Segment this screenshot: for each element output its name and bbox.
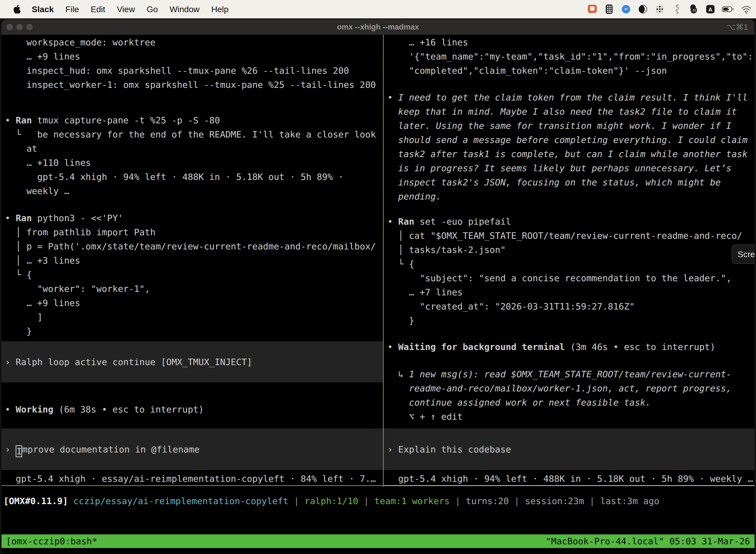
chat-icon[interactable] [587, 4, 598, 15]
terminal-line: gpt-5.4 xhigh · 94% left · 488K in · 5.1… [5, 170, 383, 184]
terminal-line: ⌥ + ↑ edit [387, 409, 755, 424]
menu-item-go[interactable]: Go [146, 4, 158, 14]
minimize-button[interactable] [16, 24, 23, 30]
pane-left[interactable]: workspace_mode: worktree … +9 lines insp… [1, 35, 383, 486]
terminal-line: } [5, 324, 383, 338]
spacer [387, 354, 755, 367]
terminal-line: pending. [387, 189, 755, 204]
terminal-line: └ { [387, 257, 755, 271]
terminal-line: is in progress? It seems likely but perh… [387, 161, 755, 175]
terminal-line: │ cat "$OMX_TEAM_STATE_ROOT/team/review-… [387, 229, 755, 243]
terminal-line: • I need to get the claim token from the… [387, 90, 755, 105]
terminal-line: … +16 lines [387, 35, 755, 49]
wifi-icon[interactable] [741, 4, 752, 15]
terminal-area: workspace_mode: worktree … +9 lines insp… [1, 35, 755, 487]
terminal-line: ↳ 1 new msg(s): read $OMX_TEAM_STATE_ROO… [387, 367, 755, 381]
dragon-icon[interactable] [671, 4, 682, 15]
terminal-line: should send a message before completing … [387, 133, 755, 147]
terminal-line: "completed","claim_token":"claim-token"}… [387, 63, 755, 78]
terminal-window: omx --xhigh --madmax ⌥⌘1 workspace_mode:… [1, 19, 755, 554]
terminal-line: … +9 lines [5, 49, 383, 63]
terminal-line: • Ran set -euo pipefail [387, 214, 755, 229]
terminal-line: '{"team_name":"my-team","task_id":"1","f… [387, 49, 755, 63]
badge-icon[interactable]: ..61 [688, 4, 699, 15]
terminal-line: • Ran tmux capture-pane -t %25 -p -S -80 [5, 113, 383, 127]
messenger-icon[interactable] [621, 4, 631, 15]
dots-grid-icon[interactable] [654, 4, 665, 15]
menu-item-view[interactable]: View [117, 4, 135, 14]
terminal-line: • Working (6m 38s • esc to interrupt) [5, 402, 383, 417]
terminal-line: │ … +3 lines [5, 254, 383, 268]
terminal-line: continue assigned work or next feasible … [387, 395, 755, 409]
terminal-line: keep that in mind. Maybe I also need the… [387, 105, 755, 119]
pane-right[interactable]: … +16 lines '{"team_name":"my-team","tas… [384, 35, 755, 486]
menu-item-edit[interactable]: Edit [91, 4, 106, 14]
zoom-button[interactable] [26, 24, 33, 30]
moon-icon[interactable] [637, 4, 648, 15]
menu-item-window[interactable]: Window [170, 4, 200, 14]
menu-item-help[interactable]: Help [211, 4, 229, 14]
tmux-status-bar: [omx-cczip0:bash* "MacBook-Pro-44.local"… [1, 535, 755, 548]
terminal-line: └ be necessary for the end of the README… [5, 127, 383, 142]
terminal-line: │ p = Path('.omx/state/team/review-curre… [5, 239, 383, 254]
terminal-line: gpt-5.4 xhigh · 94% left · 488K in · 5.1… [387, 472, 755, 486]
menu-item-file[interactable]: File [65, 4, 79, 14]
window-title: omx --xhigh --madmax [1, 22, 755, 32]
terminal-line: └ { [5, 268, 383, 282]
tmux-host-clock-label: "MacBook-Pro-44.local" 05:03 31-Mar-26 [546, 536, 750, 546]
close-button[interactable] [6, 24, 13, 30]
terminal-line: } [387, 314, 755, 328]
spacer [387, 328, 755, 340]
terminal-line: • Waiting for background terminal (3m 46… [387, 340, 755, 354]
apple-menu-icon[interactable] [13, 4, 21, 14]
terminal-line: … +7 lines [387, 285, 755, 299]
spacer [5, 417, 383, 428]
spacer [5, 338, 383, 341]
spacer [5, 198, 383, 211]
spacer [5, 92, 383, 113]
spacer [387, 424, 755, 428]
terminal-line: … +110 lines [5, 156, 383, 170]
traffic-lights [6, 24, 33, 30]
terminal-line: › Ralph loop active continue [OMX_TMUX_I… [5, 355, 383, 369]
terminal-line: readme-and-reco/mailbox/worker-1.json, a… [387, 381, 755, 395]
terminal-line: weekly … [5, 184, 383, 198]
terminal-line: at [5, 142, 383, 156]
battery-icon[interactable] [722, 4, 735, 15]
menu-items: SlackFileEditViewGoWindowHelp [32, 4, 229, 14]
tmux-session-label: [omx-cczip0:bash* [6, 536, 97, 546]
terminal-line: • Ran python3 - <<'PY' [5, 211, 383, 225]
terminal-line: gpt-5.4 xhigh · essay/ai-reimplementatio… [5, 472, 383, 486]
terminal-line: inspect_hud: omx sparkshell --tmux-pane … [5, 63, 383, 78]
svg-text:..61: ..61 [691, 8, 696, 12]
terminal-line: › Improve documentation in @filename [5, 442, 383, 456]
spacer [387, 78, 755, 90]
terminal-line: later. Using the same for transition mig… [387, 119, 755, 133]
terminal-line: │ from pathlib import Path [5, 225, 383, 239]
terminal-line: inspect_worker-1: omx sparkshell --tmux-… [5, 78, 383, 92]
terminal-line: … +9 lines [5, 296, 383, 310]
terminal-line: ] [5, 310, 383, 324]
terminal-line: "subject": "send a concise recommendatio… [387, 271, 755, 285]
terminal-line: "worker": "worker-1", [5, 282, 383, 296]
input-banner[interactable]: › Explain this codebase [384, 428, 755, 470]
svg-text:A: A [708, 6, 712, 13]
terminal-line: task2 after task1 is complete, but can I… [387, 147, 755, 161]
a-key-icon[interactable]: A [705, 4, 716, 15]
input-banner[interactable]: › Improve documentation in @filename [1, 428, 383, 470]
ralph-banner: › Ralph loop active continue [OMX_TMUX_I… [1, 341, 383, 383]
terminal-line: workspace_mode: worktree [5, 35, 383, 49]
terminal-line: › Explain this codebase [387, 442, 755, 456]
screen-tooltip: Scre [732, 244, 755, 264]
terminal-line: "created_at": "2026-03-31T11:59:27.816Z" [387, 299, 755, 314]
menu-bar: SlackFileEditViewGoWindowHelp ..61A [0, 0, 756, 18]
keyboard-icon[interactable] [604, 4, 615, 15]
terminal-line: inspect task2's JSON, focusing on the st… [387, 175, 755, 189]
window-shortcut-hint: ⌥⌘1 [727, 22, 748, 32]
omx-hud-statusline: [OMX#0.11.9] cczip/essay/ai-reimplementa… [3, 494, 755, 508]
terminal-cursor: I [16, 445, 22, 457]
menu-item-slack[interactable]: Slack [32, 4, 54, 14]
terminal-line: │ tasks/task-2.json" [387, 243, 755, 257]
window-titlebar[interactable]: omx --xhigh --madmax ⌥⌘1 [1, 19, 755, 35]
menu-status-icons: ..61A [587, 4, 752, 15]
